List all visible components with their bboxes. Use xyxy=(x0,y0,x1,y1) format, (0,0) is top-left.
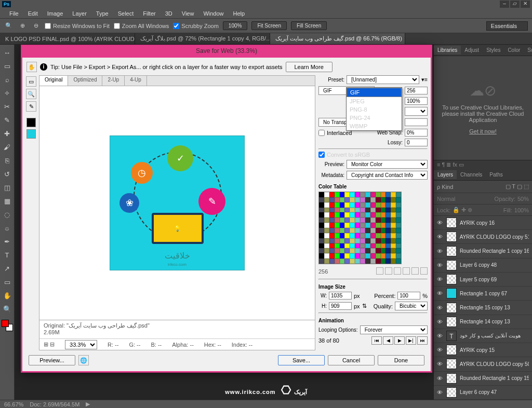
tab-styles[interactable]: Styles xyxy=(483,46,504,55)
menu-view[interactable]: View xyxy=(178,9,198,18)
menu-help[interactable]: Help xyxy=(229,9,249,18)
browser-preview-icon[interactable]: 🌐 xyxy=(78,355,89,365)
close-button[interactable]: ✕ xyxy=(521,1,530,8)
move-tool[interactable]: ↔ xyxy=(2,47,13,58)
visibility-icon[interactable]: 👁 xyxy=(437,262,443,268)
layer-row[interactable]: 👁Layer 5 copy 69 xyxy=(434,273,532,287)
layer-row[interactable]: 👁Rectangle 1 copy 67 xyxy=(434,287,532,301)
layer-row[interactable]: 👁Rounded Rectangle 1 copy 16 xyxy=(434,244,532,258)
menu-edit[interactable]: Edit xyxy=(24,9,42,18)
hand-tool[interactable]: ✋ xyxy=(2,290,13,301)
fill-screen-button[interactable]: Fill Screen xyxy=(291,21,327,30)
resize-to-fit-checkbox[interactable]: Resize Windows to Fit xyxy=(45,23,110,29)
layer-row[interactable]: 👁Layer 6 copy 48 xyxy=(434,259,532,273)
learn-more-button[interactable]: Learn More xyxy=(286,62,332,72)
layer-row[interactable]: 👁Rectangle 14 copy 13 xyxy=(434,315,532,329)
lossy-input[interactable] xyxy=(405,139,428,146)
matte-select[interactable] xyxy=(405,107,428,116)
menu-filter[interactable]: Filter xyxy=(139,9,159,18)
visibility-icon[interactable]: 👁 xyxy=(437,375,443,382)
path-tool[interactable]: ↗ xyxy=(2,263,13,274)
visibility-icon[interactable]: 👁 xyxy=(437,248,443,254)
visibility-icon[interactable]: 👁 xyxy=(437,347,443,353)
wand-tool[interactable]: ✧ xyxy=(2,87,13,99)
marquee-tool[interactable]: ▭ xyxy=(2,60,13,72)
visibility-icon[interactable]: 👁 xyxy=(437,389,443,396)
crop-tool[interactable]: ✂ xyxy=(2,101,13,112)
option-png8[interactable]: PNG-8 xyxy=(347,105,402,114)
preset-select[interactable]: [Unnamed] xyxy=(347,75,419,84)
layer-row[interactable]: 👁AYRIK CLOUD LOGO copy 51 xyxy=(434,230,532,244)
prev-frame-button[interactable]: ◀ xyxy=(383,336,393,345)
height-input[interactable] xyxy=(329,302,352,310)
visibility-icon[interactable]: 👁 xyxy=(437,333,443,339)
eyedropper-icon[interactable]: ✎ xyxy=(26,101,36,112)
tab-libraries[interactable]: Libraries xyxy=(434,46,461,55)
dodge-tool[interactable]: ☼ xyxy=(2,222,13,234)
menu-window[interactable]: Window xyxy=(199,9,228,18)
looping-select[interactable]: Forever xyxy=(360,325,428,334)
doc-tab-1[interactable]: بلاگ آیریک.psd @ 72% (Rectangle 1 copy 4… xyxy=(135,33,270,44)
stamp-tool[interactable]: ⎘ xyxy=(2,155,13,166)
history-brush-tool[interactable]: ↺ xyxy=(2,168,13,180)
doc-tab-2[interactable]: گیف طراحی وب سایت آیریک.psd @ 66.7% (RGB… xyxy=(270,33,405,44)
type-tool[interactable]: T xyxy=(2,249,13,261)
dither-input[interactable] xyxy=(405,97,428,105)
doc-tab-0[interactable]: K LOGO PSD FINAL.psd @ 100% (AYRIK CLOUD… xyxy=(0,33,135,44)
zoom-in-icon[interactable]: ⊕ xyxy=(18,21,27,31)
tab-layers[interactable]: Layers xyxy=(434,170,457,179)
slice-visibility-icon[interactable] xyxy=(26,129,36,139)
option-gif[interactable]: GIF xyxy=(347,88,402,97)
layer-row[interactable]: 👁AYRIK CLOUD LOGO copy 50 xyxy=(434,357,532,371)
menu-file[interactable]: File xyxy=(5,9,23,18)
blur-tool[interactable]: ◌ xyxy=(2,209,13,220)
first-frame-button[interactable]: ⏮ xyxy=(371,336,382,345)
eyedropper-tool[interactable]: ✎ xyxy=(2,114,13,126)
tab-paths[interactable]: Paths xyxy=(486,170,507,179)
tab-original[interactable]: Original xyxy=(39,76,68,86)
zoom-level[interactable]: 66.67% xyxy=(4,401,23,407)
get-it-now-link[interactable]: Get it now! xyxy=(469,128,497,134)
next-frame-button[interactable]: ▶| xyxy=(406,336,416,345)
tab-swatches[interactable]: Swatcl xyxy=(524,46,532,55)
layer-row[interactable]: 👁AYRIK copy 15 xyxy=(434,343,532,357)
visibility-icon[interactable]: 👁 xyxy=(437,361,443,367)
layer-row[interactable]: 👁AYRIK copy 16 xyxy=(434,216,532,230)
workspace-selector[interactable]: Essentials xyxy=(486,21,528,31)
color-table[interactable] xyxy=(318,192,402,264)
tab-optimized[interactable]: Optimized xyxy=(68,76,102,86)
zoom-all-checkbox[interactable]: Zoom All Windows xyxy=(114,23,169,29)
option-wbmp[interactable]: WBMP xyxy=(347,122,402,130)
menu-type[interactable]: Type xyxy=(92,9,113,18)
menu-select[interactable]: Select xyxy=(114,9,138,18)
colors-input[interactable] xyxy=(405,87,428,94)
quality-select[interactable]: Bicubic xyxy=(395,302,428,310)
tab-channels[interactable]: Channels xyxy=(457,170,486,179)
last-frame-button[interactable]: ⏭ xyxy=(417,336,428,345)
play-button[interactable]: ▶ xyxy=(394,336,405,345)
preset-menu-icon[interactable]: ▾≡ xyxy=(421,76,428,83)
zoom-select[interactable]: 33.3% xyxy=(65,340,97,349)
visibility-icon[interactable]: 👁 xyxy=(437,290,443,296)
zoom-100-button[interactable]: 100% xyxy=(223,21,248,30)
scrubby-zoom-checkbox[interactable]: Scrubby Zoom xyxy=(173,23,219,29)
option-jpeg[interactable]: JPEG xyxy=(347,97,402,105)
done-button[interactable]: Done xyxy=(378,355,424,365)
visibility-icon[interactable]: 👁 xyxy=(437,305,443,311)
brush-tool[interactable]: 🖌 xyxy=(2,141,13,153)
zoom-out-icon[interactable]: ⊖ xyxy=(31,21,41,31)
menu-layer[interactable]: Layer xyxy=(68,9,91,18)
tab-color[interactable]: Color xyxy=(504,46,524,55)
visibility-icon[interactable]: 👁 xyxy=(437,234,443,240)
width-input[interactable] xyxy=(329,292,352,300)
preview-profile-select[interactable]: Monitor Color xyxy=(347,160,428,169)
gradient-tool[interactable]: ▦ xyxy=(2,195,13,207)
cancel-button[interactable]: Cancel xyxy=(328,355,375,365)
zoom-icon[interactable]: 🔍 xyxy=(26,89,36,99)
menu-3d[interactable]: 3D xyxy=(161,9,177,18)
interlaced-checkbox[interactable]: Interlaced xyxy=(318,130,344,136)
fit-screen-button[interactable]: Fit Screen xyxy=(251,21,287,30)
visibility-icon[interactable]: 👁 xyxy=(437,220,443,226)
link-icon[interactable]: ⇅ xyxy=(362,303,367,309)
tab-adjustments[interactable]: Adjust xyxy=(461,46,483,55)
